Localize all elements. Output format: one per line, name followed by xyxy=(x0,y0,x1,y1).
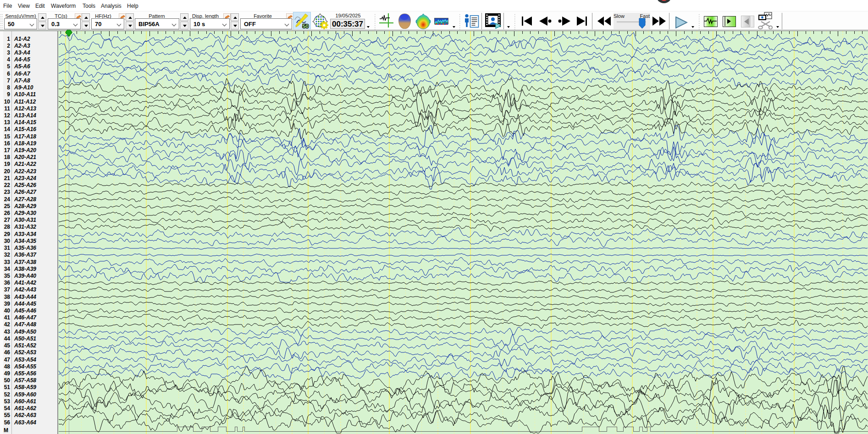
svg-text:50: 50 xyxy=(303,23,309,29)
